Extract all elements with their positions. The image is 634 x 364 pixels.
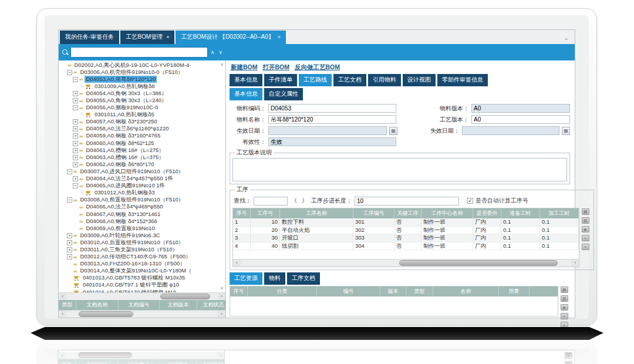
scroll-left-icon[interactable]: ‹ [233, 259, 241, 267]
resource-header-col-7[interactable]: 用量 [499, 287, 530, 296]
scroll-right-icon[interactable]: › [571, 259, 579, 267]
table-action-icon-5[interactable]: ▪ [582, 244, 589, 250]
detail-tab-4[interactable]: 工艺文档 [333, 74, 366, 86]
scroll-track[interactable] [66, 311, 218, 318]
search-next-icon[interactable]: ∨ [217, 50, 224, 55]
scroll-right-icon[interactable]: › [218, 311, 225, 318]
process-table-row[interactable]: 110数控下料301否制作一班厂内0.10.1 [233, 218, 579, 227]
table-action-icon-1[interactable]: ▤ [582, 208, 589, 215]
resource-header-col-2[interactable]: 分类 [248, 287, 317, 296]
resource-tab-3[interactable]: 工序文档 [287, 272, 320, 285]
process-table-row[interactable]: 440线切割304否制作一班厂内0.10.1 [233, 242, 579, 251]
collapse-icon[interactable]: − [67, 197, 72, 203]
detail-tab-1[interactable]: 基本信息 [230, 74, 262, 86]
tree-node[interactable]: −∞D03006,A0,机壳组件919No10-0（F510） [60, 69, 218, 76]
table-action-icon-4[interactable]: ▪ [561, 313, 568, 319]
expand-icon[interactable]: + [73, 126, 78, 132]
table-action-icon-3[interactable]: ◈ [561, 304, 568, 311]
chevron-down-icon[interactable]: ⌄ [561, 35, 572, 41]
process-table-row[interactable]: 220半自动火焰302否制作一班厂内0.10.1 [233, 227, 579, 235]
expand-icon[interactable]: + [73, 133, 78, 139]
tree-node[interactable]: +∞D04061,A0,槽钢 16#（L=275） [60, 147, 218, 154]
find-next-icon[interactable]: 〉 [301, 197, 309, 205]
tree-node[interactable]: +∞D04062,A0,钢板 δ6*80*170 [60, 161, 218, 168]
resource-header-col-8[interactable] [530, 287, 558, 296]
tree-node[interactable]: +∞D04054,A0,角钢 30x3（L=386） [60, 90, 218, 97]
info-sub-tab-2[interactable]: 自定义属性 [264, 88, 303, 100]
auto-calc-checkbox[interactable]: ✓ [467, 198, 473, 204]
detail-tab-3[interactable]: 工艺路线 [299, 74, 332, 86]
material-version-field[interactable] [471, 104, 570, 113]
doc-header-col-2[interactable]: 文档名称 [76, 300, 119, 310]
expand-icon[interactable]: + [73, 91, 78, 96]
tree-node[interactable]: ∞D04068,A0,钢板 δ4*152*366 [60, 218, 218, 225]
table-action-icon-4[interactable]: ▪ [582, 235, 589, 241]
collapse-icon[interactable]: − [73, 77, 78, 82]
process-header-col-7[interactable]: 是否委外 [473, 208, 501, 218]
tree-node[interactable]: +∞D04055,A0,角钢 30x3（L=240） [60, 97, 218, 104]
find-prev-icon[interactable]: 〈 [290, 197, 298, 205]
resource-header-col-3[interactable]: 编号 [317, 287, 380, 296]
doc-header-col-4[interactable]: 文档版本 [160, 300, 197, 310]
tree-node[interactable]: +∞D03012,A0,传动组CT140水G9-765（F500） [60, 254, 218, 261]
tree-node[interactable]: +∞D03011,A0,三角支架919No10（F510） [60, 246, 218, 253]
bom-link-3[interactable]: 反向做工艺BOM [295, 63, 340, 72]
tree-node[interactable]: 0401014,A0,GB/T97.1 镀锌平垫圈 φ10 [60, 282, 218, 289]
resource-header-col-4[interactable]: 版本 [380, 287, 406, 296]
tree-node[interactable]: +∞D04059,A0,钢板 δ3*160*4765 [60, 133, 218, 140]
calendar-icon[interactable]: ▦ [562, 127, 570, 135]
tree-node[interactable]: −∞D03007,A0,进风口组件919No10（F510） [60, 168, 218, 175]
doc-header-col-1[interactable]: 类型 [59, 300, 76, 310]
tree-node[interactable]: ∞D04069,A0,前置板919No10 [60, 225, 218, 232]
collapse-icon[interactable]: − [73, 183, 78, 188]
expand-icon[interactable]: + [73, 148, 78, 153]
process-header-col-6[interactable]: 工作中心名称 [421, 208, 473, 218]
resource-header-col-6[interactable]: 名称 [433, 287, 499, 296]
tree-node[interactable]: └0301011,A0,热轧钢板δ5 [60, 112, 218, 119]
effective-date-field[interactable] [268, 126, 387, 135]
doc-header-col-5[interactable]: 文档状态 [197, 300, 225, 310]
tree-node[interactable]: 0401016,A0,GB/T6170 镀锌螺母 M10 [60, 289, 218, 292]
resource-tab-1[interactable]: 工艺资源 [230, 272, 262, 285]
document-hscrollbar[interactable]: ‹ › [59, 310, 225, 318]
tree-node[interactable]: └0301012,A0,热轧钢板δ3 [60, 190, 218, 197]
collapse-icon[interactable]: − [67, 70, 72, 75]
find-input[interactable] [254, 197, 288, 205]
process-header-col-1[interactable]: 序号 [233, 208, 251, 218]
tree-node[interactable]: −∞D04053,A0,吊耳δ8*120*120 [60, 76, 218, 83]
collapse-icon[interactable]: − [73, 105, 78, 110]
window-tab-1[interactable]: 我的任务-审签任务 [60, 31, 119, 44]
scroll-track[interactable] [66, 293, 218, 300]
expand-icon[interactable]: + [73, 155, 78, 160]
table-action-icon-2[interactable]: ▥ [582, 217, 589, 224]
expand-icon[interactable]: + [73, 119, 78, 124]
tree-scroll-down-icon[interactable]: ∨ [219, 285, 225, 291]
close-icon[interactable]: × [166, 34, 169, 40]
tree-node[interactable]: +∞D04064,A0,法兰δ4*φ457*φ550 1件 [60, 176, 218, 183]
detail-tab-5[interactable]: 引用物料 [368, 74, 401, 86]
process-version-field[interactable] [471, 115, 570, 124]
resource-header-col-5[interactable]: 类型 [406, 287, 433, 296]
scroll-right-icon[interactable]: › [218, 293, 225, 300]
doc-header-col-3[interactable]: 文档编号 [119, 300, 160, 310]
tree-node[interactable]: ∞D03013,A0,FHZ200-16×18-1310（F500） [60, 261, 218, 268]
tree-node[interactable]: +∞D04057,A0,钢板 δ3*230*250 [60, 119, 218, 126]
tree-node[interactable]: −∞D04056,A0,侧板919No10C-0 [60, 105, 218, 112]
resource-tab-2[interactable]: 物料 [264, 272, 285, 285]
scroll-track[interactable] [241, 259, 571, 267]
process-hscrollbar[interactable]: ‹ › [233, 259, 579, 267]
table-action-icon-1[interactable]: ▤ [561, 287, 568, 293]
window-tab-3[interactable]: 工艺BOM设计 【D02002--A0--A0】× [176, 31, 286, 44]
material-code-field[interactable] [268, 104, 396, 113]
tree-hscrollbar[interactable]: ‹ › [59, 292, 225, 300]
search-input[interactable] [70, 47, 208, 58]
tree-node[interactable]: ∞D04067,A0,钢板 δ3*130*1461 [60, 211, 218, 218]
expire-date-field[interactable] [462, 126, 559, 135]
tree-node[interactable]: ∞D02002,A0,离心风机9-19-10C-L0-YVP180M-4- [60, 62, 218, 69]
scroll-left-icon[interactable]: ‹ [59, 311, 66, 318]
expand-icon[interactable]: + [67, 247, 72, 252]
step-length-input[interactable] [355, 197, 459, 205]
process-table-row[interactable]: 330开坡口303否制作一班厂内0.10.1 [233, 234, 579, 242]
process-header-col-8[interactable]: 准备工时 [501, 208, 540, 218]
tree-node[interactable]: −∞D04065,A0,进风圈919No10 1件 [60, 183, 218, 190]
